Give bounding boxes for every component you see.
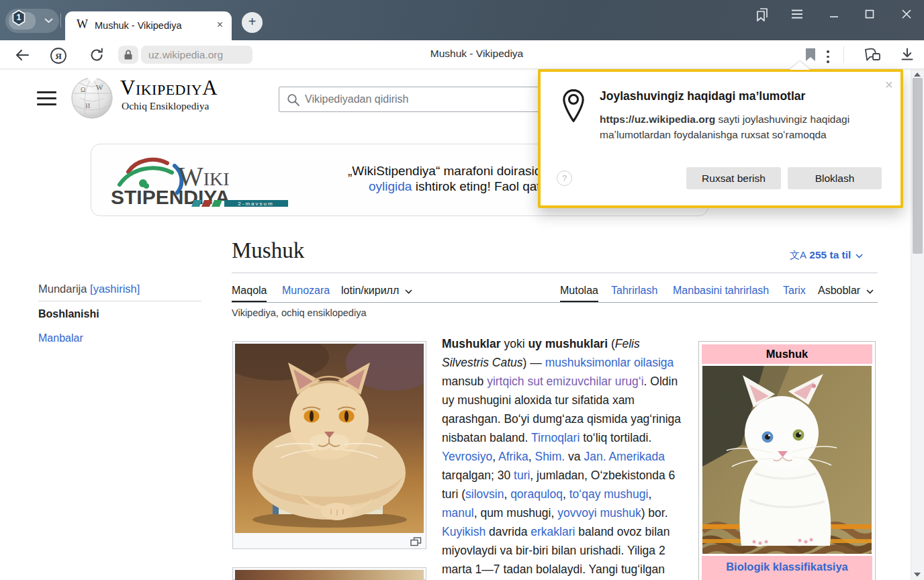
- popup-body-line1: https://uz.wikipedia.org sayti joylashuv…: [600, 113, 849, 126]
- tab-counter-button[interactable]: 1: [5, 9, 59, 33]
- help-icon[interactable]: ?: [557, 171, 572, 186]
- toc-heading: Mundarija [yashirish]: [38, 283, 140, 295]
- tab-tahrirlash[interactable]: Tahrirlash: [611, 285, 657, 297]
- divider: [232, 273, 878, 273]
- wikipedia-favicon: W: [77, 17, 88, 32]
- close-window-icon[interactable]: [900, 8, 913, 20]
- allow-button[interactable]: Ruxsat berish: [686, 167, 781, 189]
- url-field[interactable]: uz.wikipedia.org: [141, 46, 252, 64]
- minimize-icon[interactable]: [829, 8, 839, 20]
- browser-tab[interactable]: W Mushuk - Vikipediya ×: [65, 11, 232, 40]
- wiki-menu-icon[interactable]: [37, 91, 56, 109]
- article-image-cat[interactable]: [232, 341, 426, 549]
- article-title: Mushuk: [232, 238, 304, 263]
- chevron-down-icon: [856, 254, 863, 258]
- site-subtitle: Vikipediya, ochiq ensiklopediya: [232, 307, 366, 318]
- svg-text:Я: Я: [55, 51, 62, 61]
- popup-title: Joylashuvingiz haqidagi maʼlumotlar: [600, 89, 805, 103]
- wikipedia-tagline: Ochiq Ensiklopediya: [122, 100, 209, 112]
- tab-mutolaa[interactable]: Mutolaa: [560, 285, 598, 297]
- article-image-partial[interactable]: [232, 567, 426, 580]
- language-count-label: 255 ta til: [809, 249, 851, 260]
- block-button[interactable]: Bloklash: [788, 167, 882, 189]
- tab-strip: 1 W Mushuk - Vikipediya × +: [0, 0, 924, 40]
- site-security-badge[interactable]: [118, 46, 138, 64]
- browser-window: 1 W Mushuk - Vikipediya × +: [0, 0, 924, 580]
- bookmark-flag-icon[interactable]: [805, 48, 816, 62]
- new-tab-button[interactable]: +: [242, 12, 263, 33]
- logo-stipendiya-text: STIPENDIYA: [111, 186, 230, 208]
- enlarge-icon[interactable]: [410, 537, 422, 546]
- address-toolbar: Я uz.wikipedia.org Mushuk - Vikipediya: [0, 40, 924, 69]
- toc-hide-link[interactable]: [yashirish]: [90, 283, 140, 295]
- popup-body-line2: maʼlumotlardan foydalanishga ruxsat soʻr…: [600, 129, 827, 141]
- tab-manbasini-tahrirlash[interactable]: Manbasini tahrirlash: [673, 285, 769, 297]
- svg-text:И: И: [85, 102, 90, 109]
- divider: [60, 13, 61, 28]
- tab-variant-dropdown[interactable]: lotin/кирилл: [341, 285, 412, 297]
- svg-text:Ω: Ω: [81, 86, 85, 93]
- menu-icon[interactable]: [790, 7, 804, 21]
- divider: [38, 301, 201, 301]
- infobox: Mushuk: [698, 341, 876, 580]
- tab-title: Mushuk - Vikipediya: [95, 20, 182, 31]
- article-paragraph: Mushuklar yoki uy mushuklari (Felis Silv…: [442, 334, 690, 579]
- toc-item-manbalar[interactable]: Manbalar: [38, 332, 83, 344]
- tab-asboblar-dropdown[interactable]: Asboblar: [818, 285, 874, 297]
- lock-icon: [123, 49, 134, 60]
- tab-close-icon[interactable]: ×: [217, 19, 223, 31]
- infobox-footer-link[interactable]: Biologik klassifikatsiya: [702, 556, 872, 580]
- download-icon[interactable]: [900, 47, 914, 62]
- page-title: Mushuk - Vikipediya: [430, 48, 523, 60]
- more-options-icon[interactable]: [827, 48, 829, 66]
- chevron-down-icon: [405, 289, 412, 294]
- logo-season-text: 2-mavsum: [238, 201, 273, 207]
- popup-close-icon[interactable]: ×: [885, 77, 893, 93]
- location-permission-popup: Joylashuvingiz haqidagi maʼlumotlar http…: [538, 69, 903, 208]
- bookmarks-panel-icon[interactable]: [752, 7, 770, 23]
- toc-item-boshlanishi[interactable]: Boshlanishi: [38, 308, 99, 320]
- cat-photo[interactable]: [235, 344, 424, 533]
- scroll-up-icon[interactable]: [914, 72, 921, 77]
- divider: [843, 46, 844, 63]
- kitten-photo[interactable]: [702, 366, 872, 554]
- search-icon: [287, 93, 300, 107]
- wikipedia-wordmark[interactable]: VikipediyA: [120, 77, 218, 98]
- extensions-icon[interactable]: [862, 46, 882, 64]
- tab-maqola[interactable]: Maqola: [232, 285, 267, 297]
- yandex-icon[interactable]: Я: [50, 47, 67, 64]
- partial-photo: [235, 570, 424, 580]
- location-pin-icon: [561, 89, 586, 124]
- chevron-down-icon: [866, 289, 874, 294]
- scrollbar-thumb[interactable]: [913, 78, 923, 254]
- tab-count: 1: [11, 9, 26, 26]
- scrollbar[interactable]: [911, 69, 924, 580]
- translate-icon: 文A: [790, 249, 806, 260]
- wikistipendiya-logo: Wiki STIPENDIYA 2-mavsum: [108, 152, 291, 208]
- back-icon[interactable]: [14, 47, 30, 63]
- tab-tarix[interactable]: Tarix: [783, 285, 806, 297]
- chevron-down-icon[interactable]: [44, 18, 53, 23]
- divider: [232, 302, 878, 303]
- wikipedia-globe-logo[interactable]: Ω W И: [69, 75, 115, 120]
- language-selector-button[interactable]: 文A 255 ta til: [790, 249, 863, 262]
- tab-munozara[interactable]: Munozara: [282, 285, 330, 297]
- svg-text:W: W: [96, 83, 103, 91]
- infobox-title: Mushuk: [702, 344, 872, 364]
- reload-icon[interactable]: [89, 47, 105, 63]
- maximize-icon[interactable]: [864, 8, 875, 20]
- scroll-down-icon[interactable]: [914, 573, 921, 577]
- popup-caret: [790, 61, 810, 70]
